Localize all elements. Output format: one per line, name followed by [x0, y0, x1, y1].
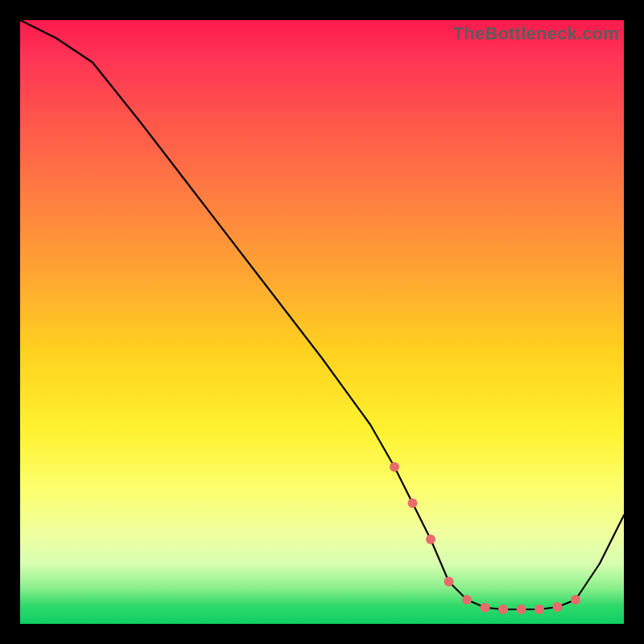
curve-marker-dot [571, 595, 580, 605]
gradient-plot-area: TheBottleneck.com [20, 20, 624, 624]
curve-line [20, 20, 624, 609]
curve-markers [390, 462, 580, 614]
curve-marker-dot [517, 605, 526, 614]
curve-marker-dot [535, 605, 544, 614]
curve-marker-dot [462, 595, 472, 605]
chart-svg [20, 20, 624, 624]
curve-marker-dot [444, 577, 454, 587]
curve-marker-dot [481, 603, 490, 613]
curve-marker-dot [390, 462, 399, 472]
curve-marker-dot [408, 498, 418, 508]
curve-marker-dot [426, 535, 436, 544]
chart-stage: TheBottleneck.com [0, 0, 644, 644]
curve-marker-dot [498, 605, 508, 614]
curve-marker-dot [553, 602, 563, 612]
